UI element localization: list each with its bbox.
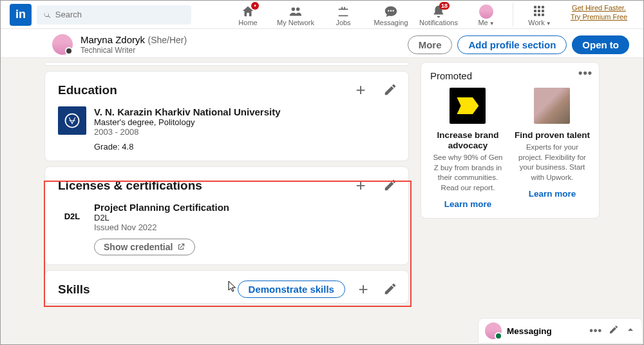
main-column: Education + V. N. Karazin Kharkiv Nation… (44, 62, 409, 309)
cert-name: Project Planning Certification (94, 202, 395, 213)
messaging-bar[interactable]: Messaging ••• (478, 318, 643, 344)
card-stub (44, 62, 409, 66)
edit-education-button[interactable] (381, 81, 399, 99)
premium-link[interactable]: Get Hired Faster.Try Premium Free (564, 3, 634, 26)
promo-item[interactable]: Find proven talent Experts for your proj… (515, 88, 590, 209)
promo-desc: See why 90% of Gen Z buy from brands in … (430, 153, 506, 193)
show-credential-button[interactable]: Show credential (94, 239, 195, 255)
nav-home[interactable]: • Home (224, 3, 272, 26)
nav-jobs-label: Jobs (336, 19, 350, 26)
notif-badge: 18 (439, 2, 450, 10)
promo-desc: Experts for your project. Flexibility fo… (515, 143, 590, 182)
license-entry: D2L Project Planning Certification D2L I… (58, 202, 395, 255)
nav-messaging-label: Messaging (374, 19, 408, 26)
nav-notifications[interactable]: 18 Notifications (415, 3, 462, 26)
add-license-button[interactable]: + (352, 176, 370, 194)
cursor-annotation (228, 281, 237, 292)
grid-icon (534, 6, 545, 17)
search-box[interactable] (37, 5, 191, 25)
promo-link[interactable]: Learn more (430, 199, 506, 209)
promo-link[interactable]: Learn more (515, 189, 590, 199)
nav-me-label: Me▼ (478, 19, 494, 26)
education-title: Education (58, 83, 395, 97)
search-input[interactable] (55, 10, 185, 19)
nav-work-label: Work▼ (528, 19, 551, 26)
promoted-card: Promoted ••• Increase brand advocacy See… (421, 62, 600, 219)
school-name: V. N. Karazin Kharkiv National Universit… (94, 106, 395, 117)
home-badge: • (251, 2, 259, 10)
profile-role: Technical Writer (80, 46, 187, 55)
nav-divider (513, 3, 513, 26)
pencil-icon (383, 282, 397, 296)
education-entry: V. N. Karazin Kharkiv National Universit… (58, 106, 395, 152)
promoted-title: Promoted (430, 70, 590, 81)
top-nav: in • Home My Network Jobs Messaging 18 N… (1, 1, 643, 29)
nav-notif-label: Notifications (419, 19, 458, 26)
promoted-menu-button[interactable]: ••• (578, 66, 592, 80)
nav-network-label: My Network (277, 19, 314, 26)
profile-bar: Maryna Zdoryk (She/Her) Technical Writer… (1, 29, 643, 58)
pencil-icon (383, 178, 397, 192)
add-skill-button[interactable]: + (354, 280, 372, 298)
nav-items: • Home My Network Jobs Messaging 18 Noti… (224, 3, 634, 26)
messaging-avatar (485, 322, 502, 339)
nav-messaging[interactable]: Messaging (367, 3, 415, 26)
add-education-button[interactable]: + (352, 81, 370, 99)
profile-pronouns: (She/Her) (147, 35, 187, 45)
add-section-button[interactable]: Add profile section (457, 35, 567, 54)
issued-date: Issued Nov 2022 (94, 222, 395, 232)
jobs-icon (336, 5, 350, 19)
grade: Grade: 4.8 (94, 142, 395, 152)
network-icon (289, 5, 303, 19)
promo-heading: Increase brand advocacy (430, 130, 506, 151)
issuer-logo: D2L (58, 202, 86, 230)
profile-avatar[interactable] (52, 34, 73, 55)
promo-image (450, 88, 486, 124)
degree: Master's degree, Politology (94, 117, 395, 127)
demonstrate-skills-button[interactable]: Demonstrate skills (238, 281, 345, 298)
promo-image (534, 88, 570, 124)
nav-work[interactable]: Work▼ (516, 3, 564, 26)
search-icon (43, 10, 52, 19)
open-to-button[interactable]: Open to (572, 35, 629, 54)
expand-button[interactable] (625, 324, 636, 337)
chevron-up-icon (625, 324, 636, 335)
linkedin-logo[interactable]: in (10, 4, 32, 26)
content: Education + V. N. Karazin Kharkiv Nation… (1, 58, 643, 309)
messaging-label: Messaging (507, 326, 584, 336)
show-cred-label: Show credential (104, 242, 173, 252)
nav-network[interactable]: My Network (272, 3, 319, 26)
avatar-icon (479, 5, 493, 19)
promo-item[interactable]: Increase brand advocacy See why 90% of G… (430, 88, 506, 209)
profile-name: Maryna Zdoryk (80, 34, 145, 45)
nav-jobs[interactable]: Jobs (319, 3, 367, 26)
issuer: D2L (94, 213, 395, 222)
plus-icon: + (358, 281, 368, 297)
plus-icon: + (355, 177, 365, 193)
skills-card: Skills Demonstrate skills + (44, 270, 409, 304)
messaging-more-button[interactable]: ••• (589, 325, 602, 337)
external-link-icon (176, 242, 185, 251)
compose-icon (609, 324, 619, 335)
edit-license-button[interactable] (381, 176, 399, 194)
more-button[interactable]: More (408, 35, 453, 54)
nav-me[interactable]: Me▼ (462, 3, 510, 26)
licenses-card: Licenses & certifications + D2L Project … (44, 166, 409, 265)
edit-skill-button[interactable] (381, 280, 399, 298)
school-logo (58, 106, 86, 135)
plus-icon: + (355, 81, 365, 98)
licenses-title: Licenses & certifications (58, 179, 395, 193)
sidebar: Promoted ••• Increase brand advocacy See… (421, 62, 600, 309)
messaging-icon (384, 5, 398, 19)
pencil-icon (383, 83, 397, 97)
years: 2003 - 2008 (94, 127, 395, 137)
nav-home-label: Home (238, 19, 257, 26)
compose-button[interactable] (609, 324, 619, 337)
promo-heading: Find proven talent (515, 130, 590, 141)
education-card: Education + V. N. Karazin Kharkiv Nation… (44, 71, 409, 161)
